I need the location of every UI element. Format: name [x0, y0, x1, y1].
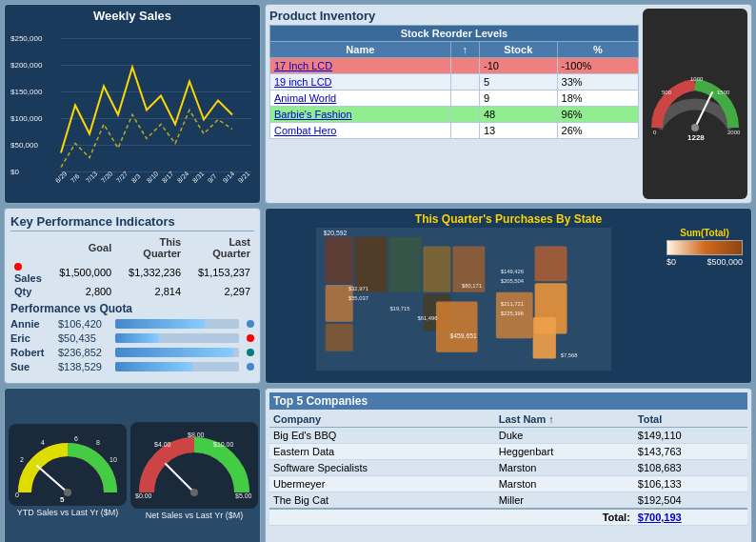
inv-name[interactable]: 19 inch LCD: [270, 74, 451, 90]
inv-name[interactable]: Combat Hero: [270, 123, 451, 139]
col-sort[interactable]: ↑: [450, 42, 479, 58]
top5-col-total: Total: [634, 412, 747, 428]
top5-lastname: Marston: [495, 460, 634, 476]
svg-text:4: 4: [41, 439, 45, 446]
weekly-sales-panel: Weekly Sales $250,000 $200,000 $150,000 …: [4, 4, 261, 204]
kpi-title: Key Performance Indicators: [10, 214, 254, 231]
svg-text:$55,037: $55,037: [348, 295, 368, 301]
svg-text:1000: 1000: [690, 76, 704, 82]
perf-value: $138,529: [58, 361, 115, 372]
top5-total-label: Total:: [269, 509, 634, 526]
top5-total: $192,504: [634, 492, 747, 510]
svg-text:0: 0: [653, 130, 657, 135]
inv-name[interactable]: Animal World: [270, 90, 451, 107]
top5-table: Company Last Nam ↑ Total Big Ed's BBQ Du…: [269, 412, 747, 526]
net-sales-gauge: $0.00 $4.00 $8.00 $10.00 $5.00 Net Sales…: [130, 422, 258, 520]
svg-text:2000: 2000: [727, 130, 741, 135]
inv-stock: -10: [480, 58, 558, 74]
svg-text:2: 2: [20, 456, 24, 463]
svg-text:$211,721: $211,721: [501, 301, 524, 307]
inv-name[interactable]: Barbie's Fashion: [270, 107, 451, 123]
svg-text:$4.00: $4.00: [154, 441, 171, 448]
net-sales-gauge-wrap: $0.00 $4.00 $8.00 $10.00 $5.00: [130, 422, 258, 509]
svg-rect-36: [326, 324, 353, 351]
perf-bar: [115, 348, 233, 357]
weekly-sales-svg: $250,000 $200,000 $150,000 $100,000 $50,…: [9, 29, 256, 187]
perf-bar-bg: [115, 333, 239, 343]
top5-lastname: Heggenbart: [495, 444, 634, 460]
perf-bar: [115, 319, 205, 329]
gauge-svg: 0 500 1000 1500 2000 1228: [647, 66, 743, 142]
perf-title: Performance vs Quota: [10, 302, 254, 315]
inventory-row: 19 inch LCD 5 33%: [270, 74, 639, 90]
map-panel: This Quarter's Purchases By State: [265, 208, 752, 384]
top5-row: The Big Cat Miller $192,504: [269, 492, 747, 510]
weekly-sales-title: Weekly Sales: [5, 5, 260, 27]
kpi-thisq: 2,814: [115, 285, 185, 298]
inv-name[interactable]: 17 Inch LCD: [270, 58, 451, 74]
top5-total: $149,110: [634, 428, 747, 444]
col-pct: %: [557, 42, 638, 58]
top5-lastname: Miller: [495, 492, 634, 510]
perf-bar-bg: [115, 348, 239, 357]
net-sales-svg: $0.00 $4.00 $8.00 $10.00 $5.00: [132, 424, 256, 505]
perf-name: Robert: [10, 347, 58, 358]
svg-text:$7,568: $7,568: [561, 352, 578, 358]
perf-dot: [247, 320, 254, 328]
svg-text:0: 0: [15, 492, 19, 498]
svg-text:$205,504: $205,504: [501, 278, 525, 284]
svg-text:$8.00: $8.00: [188, 432, 205, 438]
perf-dot: [247, 349, 254, 356]
inv-empty: [450, 90, 479, 107]
top5-total: $143,763: [634, 444, 747, 460]
perf-value: $50,435: [58, 332, 115, 344]
ytd-sales-svg: 0 2 4 6 8 10 5: [10, 426, 125, 502]
inventory-table-area: Product Inventory Stock Reorder Levels N…: [269, 9, 639, 199]
perf-row: Robert $236,852: [10, 347, 254, 358]
perf-name: Eric: [10, 332, 58, 344]
top5-row: Ubermeyer Marston $106,133: [269, 476, 747, 492]
performance-rows: Annie $106,420 Eric $50,435 Robert $236,…: [10, 318, 254, 372]
weekly-sales-chart: $250,000 $200,000 $150,000 $100,000 $50,…: [5, 27, 260, 189]
svg-rect-45: [535, 246, 567, 281]
perf-name: Annie: [10, 318, 58, 330]
svg-text:9/7: 9/7: [207, 172, 218, 184]
kpi-col-lastq: Last Quarter: [185, 235, 254, 260]
inv-stock: 13: [480, 123, 558, 139]
inv-pct: -100%: [557, 58, 638, 74]
top5-company: Software Specialists: [269, 460, 495, 476]
inv-stock: 48: [480, 107, 558, 123]
map-title: This Quarter's Purchases By State: [269, 212, 747, 226]
product-inventory-panel: Product Inventory Stock Reorder Levels N…: [265, 4, 752, 204]
svg-text:1500: 1500: [717, 90, 730, 95]
svg-text:500: 500: [662, 90, 672, 95]
top5-lastname: Marston: [495, 476, 634, 492]
top5-company: Ubermeyer: [269, 476, 495, 492]
kpi-goal: 2,800: [55, 285, 115, 298]
map-content: $20,592 $32,971 $55,037 $19,715 $61,496 …: [269, 228, 747, 377]
top5-company: Big Ed's BBQ: [269, 428, 495, 444]
kpi-row: Sales $1,500,000 $1,332,236 $1,153,237: [10, 260, 254, 285]
speedometer-gauge: 0 500 1000 1500 2000 1228: [643, 9, 747, 199]
svg-text:$100,000: $100,000: [10, 114, 43, 123]
perf-value: $106,420: [58, 318, 115, 330]
kpi-thisq: $1,332,236: [115, 260, 185, 285]
inv-empty: [450, 58, 479, 74]
perf-value: $236,852: [58, 347, 115, 358]
gauges-row: 0 2 4 6 8 10 5 YTD Sales vs Last Yr ($M): [4, 388, 261, 542]
reorder-header: Stock Reorder Levels: [270, 26, 639, 42]
svg-text:$10.00: $10.00: [213, 441, 234, 448]
perf-name: Sue: [10, 361, 58, 372]
svg-point-76: [190, 489, 198, 496]
top5-row: Big Ed's BBQ Duke $149,110: [269, 428, 747, 444]
svg-text:$0.00: $0.00: [135, 492, 152, 499]
svg-point-31: [691, 124, 699, 131]
svg-text:$0: $0: [10, 168, 19, 176]
svg-text:6: 6: [74, 435, 78, 442]
us-map-area: $20,592 $32,971 $55,037 $19,715 $61,496 …: [269, 228, 658, 377]
svg-point-67: [64, 489, 71, 496]
top5-total-value[interactable]: $700,193: [634, 509, 747, 526]
svg-text:5: 5: [60, 495, 65, 502]
inv-stock: 5: [480, 74, 558, 90]
ytd-sales-label: YTD Sales vs Last Yr ($M): [17, 508, 118, 517]
